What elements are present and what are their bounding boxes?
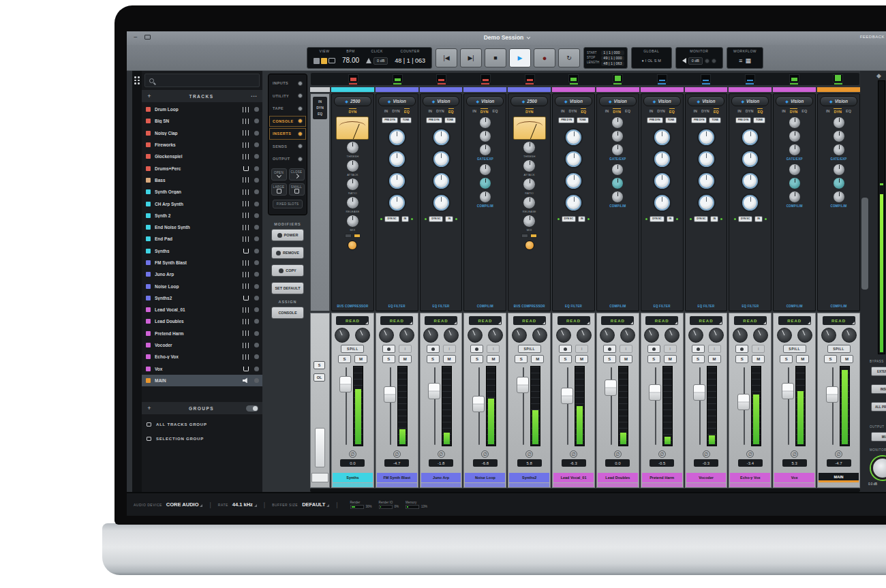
phase-button[interactable]: ∅ <box>658 450 666 458</box>
fader-track[interactable] <box>430 366 438 446</box>
slot-inputs[interactable]: INPUTS <box>269 77 307 90</box>
eq-in-button[interactable]: IN <box>401 216 410 222</box>
solo-button[interactable]: S <box>338 355 351 363</box>
track-row-noise-loop[interactable]: Noise Loop <box>142 280 262 292</box>
plugin-header[interactable]: ◆2500 <box>510 96 548 106</box>
plugin-header[interactable]: ◆Vision <box>599 96 637 106</box>
mode-in-button[interactable]: IN <box>694 109 698 113</box>
track-row-ch-arp-synth[interactable]: CH Arp Synth <box>142 198 262 209</box>
pan-knob[interactable] <box>688 328 703 343</box>
mode-in-button[interactable]: IN <box>826 109 830 113</box>
mode-dyn-button[interactable]: DYN <box>657 109 665 113</box>
click-level-display[interactable]: 0 dB <box>373 57 388 65</box>
mode-in-button[interactable]: IN <box>782 109 786 113</box>
eq-dyn-sc-button[interactable]: DYN SC <box>384 216 399 222</box>
record-arm-button[interactable] <box>427 345 440 353</box>
eq-band-1-knob[interactable] <box>389 129 405 145</box>
channel-name-label[interactable]: Lead Vocal_01 <box>553 473 594 482</box>
fader-handle[interactable] <box>737 394 750 410</box>
send-knob[interactable] <box>753 328 768 343</box>
eq-pre-dyn-button[interactable]: PRE DYN <box>382 117 398 123</box>
eq-tone-button[interactable]: TONE <box>444 117 457 123</box>
fader-track[interactable] <box>563 366 571 446</box>
slot-utility[interactable]: UTILITY <box>269 90 307 103</box>
comp-knob-3[interactable] <box>833 191 845 203</box>
input-monitor-button[interactable]: I <box>664 345 677 353</box>
record-arm-button[interactable] <box>382 345 395 353</box>
pan-knob[interactable] <box>777 328 792 343</box>
monitor-level-display[interactable]: 0 dB <box>688 57 703 65</box>
mute-button[interactable]: M <box>354 355 367 363</box>
mode-eq-button[interactable]: EQ <box>404 108 410 114</box>
pan-knob[interactable] <box>600 328 615 343</box>
release-knob[interactable] <box>523 196 536 209</box>
eq-pre-dyn-button[interactable]: PRE DYN <box>426 117 442 123</box>
automation-read-button[interactable]: READ <box>823 316 855 325</box>
mode-dyn-button[interactable]: DYN <box>436 109 444 113</box>
pan-knob[interactable] <box>556 328 571 343</box>
input-monitor-button[interactable]: I <box>752 345 765 353</box>
mode-eq-button[interactable]: EQ <box>669 108 675 114</box>
channel-name-label[interactable]: Echo-y Vox <box>730 473 770 482</box>
plugin-header[interactable]: ◆Vision <box>378 96 416 106</box>
track-state-dot[interactable] <box>254 367 259 371</box>
channel-name-label[interactable]: Pretend Harm <box>642 473 682 482</box>
track-search[interactable] <box>144 74 260 87</box>
solo-button[interactable]: S <box>515 355 528 363</box>
gate-knob-2[interactable] <box>833 130 845 142</box>
automation-read-button[interactable]: READ <box>380 316 413 325</box>
track-state-dot[interactable] <box>254 131 259 136</box>
transport-go-to-start-button[interactable]: |◀ <box>436 48 457 67</box>
plugin-header[interactable]: ◆Vision <box>423 96 460 106</box>
send-knob[interactable] <box>399 328 414 343</box>
spill-button[interactable]: SPILL <box>783 345 806 353</box>
channel-name-label[interactable]: Noise Loop <box>465 473 505 482</box>
eq-in-button[interactable]: IN <box>445 216 453 222</box>
automation-read-button[interactable]: READ <box>778 316 811 325</box>
input-monitor-button[interactable]: I <box>575 345 588 353</box>
plugin-header[interactable]: ◆Vision <box>466 96 504 106</box>
fader-track[interactable] <box>386 366 394 446</box>
locator-value[interactable]: 48 | 1 | 063 <box>601 61 624 66</box>
gate-knob-3[interactable] <box>833 144 845 156</box>
bypass-all-process-button[interactable]: ALL PROCESS <box>871 402 886 412</box>
plugin-header[interactable]: ◆2500 <box>334 96 371 106</box>
track-state-dot[interactable] <box>254 178 259 183</box>
fader-track[interactable] <box>607 366 615 446</box>
gate-knob-1[interactable] <box>611 117 624 129</box>
channel-name-label[interactable]: Synths2 <box>509 473 549 482</box>
attack-knob[interactable] <box>523 159 536 172</box>
mute-button[interactable]: M <box>796 355 809 363</box>
send-knob[interactable] <box>797 328 812 343</box>
input-monitor-button[interactable]: I <box>620 345 632 353</box>
plugin-header[interactable]: ◆Vision <box>643 96 681 106</box>
bypass-extension-button[interactable]: EXTENSION <box>871 367 886 376</box>
channel-name-label[interactable]: Juno Arp <box>421 473 461 482</box>
add-group-button[interactable]: + <box>142 405 157 412</box>
gate-knob-3[interactable] <box>479 144 491 156</box>
mode-eq-button[interactable]: EQ <box>801 109 807 113</box>
track-row-bass[interactable]: Bass <box>142 174 262 186</box>
phase-button[interactable]: ∅ <box>349 450 356 458</box>
plugin-header[interactable]: ◆Vision <box>776 96 813 106</box>
mode-dyn-button[interactable]: DYN <box>525 108 534 114</box>
mode-dyn-button[interactable]: DYN <box>746 109 754 113</box>
phase-button[interactable]: ∅ <box>614 450 622 458</box>
eq-band-4-knob[interactable] <box>389 195 405 211</box>
mute-button[interactable]: M <box>399 355 412 363</box>
mute-button[interactable]: MUTE <box>871 432 886 442</box>
dim-button[interactable] <box>705 59 709 63</box>
comp-knob-3[interactable] <box>479 191 491 203</box>
track-state-dot[interactable] <box>254 249 259 253</box>
send-knob[interactable] <box>577 328 592 343</box>
track-state-dot[interactable] <box>254 378 259 383</box>
eq-band-2-knob[interactable] <box>389 151 405 167</box>
fader-handle[interactable] <box>561 388 573 404</box>
modifier-power-button[interactable]: POWER <box>271 229 304 241</box>
view-mode-mixer-button[interactable] <box>321 58 327 64</box>
fader-handle[interactable] <box>339 376 352 392</box>
drag-handle-dots[interactable] <box>132 71 142 84</box>
eq-pre-dyn-button[interactable]: PRE DYN <box>558 117 575 123</box>
automation-read-button[interactable]: READ <box>601 316 634 325</box>
track-state-dot[interactable] <box>254 107 259 112</box>
